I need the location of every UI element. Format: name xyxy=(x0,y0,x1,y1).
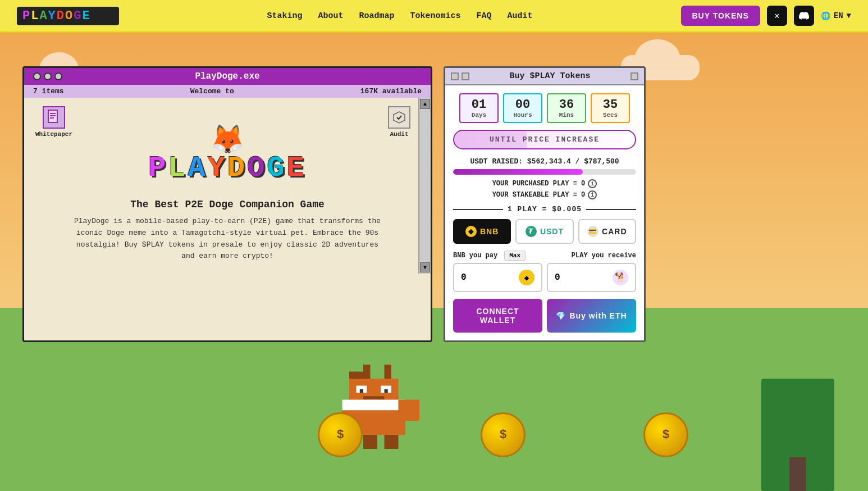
items-count: 7 items xyxy=(33,87,64,96)
input-labels: BNB you pay Max PLAY you receive xyxy=(453,251,636,261)
stakeable-play-text: YOUR STAKEABLE PLAY = 0 xyxy=(492,191,586,199)
play-input-icon: 🐕 xyxy=(613,270,628,285)
window-body: Whitepaper Audit ▲ ▼ xyxy=(24,98,431,274)
buy-window-btn2[interactable] xyxy=(462,72,469,80)
max-button[interactable]: Max xyxy=(504,251,526,261)
whitepaper-label: Whitepaper xyxy=(35,131,72,138)
countdown-days: 01 Days xyxy=(459,93,499,123)
action-buttons: CONNECT WALLET 💎 Buy with ETH xyxy=(453,299,636,333)
right-window: Buy $PLAY Tokens 01 Days 00 Hours 36 Min… xyxy=(444,66,646,342)
mins-label: Mins xyxy=(556,112,577,119)
card-label: CARD xyxy=(602,227,627,236)
price-divider: 1 PLAY = $0.005 xyxy=(453,205,636,213)
buy-titlebar: Buy $PLAY Tokens xyxy=(445,68,644,85)
coin-1: $ xyxy=(318,412,363,457)
price-label: 1 PLAY = $0.005 xyxy=(508,205,582,213)
available-text: 167K available xyxy=(360,87,422,96)
whitepaper-icon[interactable]: Whitepaper xyxy=(35,106,72,138)
bnb-input-field[interactable]: 0 ◆ xyxy=(453,263,542,292)
countdown-row: 01 Days 00 Hours 36 Mins 35 Secs xyxy=(453,93,636,123)
play-input-value: 0 xyxy=(555,272,560,283)
progress-fill xyxy=(453,169,583,175)
mins-value: 36 xyxy=(556,98,577,112)
nav-links: Staking About Roadmap Tokenomics FAQ Aud… xyxy=(119,11,681,21)
x-social-icon[interactable]: ✕ xyxy=(767,6,787,26)
purchased-play-row: YOUR PURCHASED PLAY = 0 i xyxy=(453,179,636,188)
window-close-btn[interactable] xyxy=(33,72,41,80)
divider-right xyxy=(586,209,636,210)
language-selector[interactable]: 🌐 EN ▼ xyxy=(821,11,851,21)
audit-icon[interactable]: Audit xyxy=(388,106,410,138)
svg-rect-17 xyxy=(50,113,56,114)
buy-body: 01 Days 00 Hours 36 Mins 35 Secs UNTI xyxy=(445,85,644,340)
scroll-down-arrow[interactable]: ▼ xyxy=(420,262,430,272)
card-icon: 💳 xyxy=(587,226,599,237)
nav-about[interactable]: About xyxy=(318,11,344,21)
playdoge-logo-area: 🦊 PLAYDOGE xyxy=(129,115,326,193)
bnb-label: BNB xyxy=(480,227,499,236)
stakeable-play-info-icon[interactable]: i xyxy=(588,190,597,199)
nav-roadmap[interactable]: Roadmap xyxy=(359,11,395,21)
left-window-title: PlayDoge.exe xyxy=(195,71,259,81)
left-window-titlebar: PlayDoge.exe xyxy=(24,68,431,85)
welcome-text: Welcome to xyxy=(190,87,234,96)
price-increase-bar: UNTIL PRICE INCREASE xyxy=(453,130,636,149)
card-payment-button[interactable]: 💳 CARD xyxy=(578,219,636,244)
purchased-play-text: YOUR PURCHASED PLAY = 0 xyxy=(492,180,586,188)
window-scrollbar[interactable]: ▲ ▼ xyxy=(418,98,431,274)
progress-bar xyxy=(453,169,636,175)
svg-rect-11 xyxy=(342,400,406,411)
svg-rect-7 xyxy=(385,389,388,393)
days-value: 01 xyxy=(468,98,490,112)
secs-value: 35 xyxy=(600,98,621,112)
play-input-field[interactable]: 0 🐕 xyxy=(547,263,636,292)
svg-rect-13 xyxy=(363,435,377,449)
svg-rect-8 xyxy=(363,396,385,399)
buy-with-eth-button[interactable]: 💎 Buy with ETH xyxy=(547,299,636,333)
connect-wallet-button[interactable]: CONNECT WALLET xyxy=(453,299,542,333)
input-row: 0 ◆ 0 🐕 xyxy=(453,263,636,292)
window-controls xyxy=(33,72,62,80)
buy-eth-label: Buy with ETH xyxy=(569,311,627,320)
until-price-increase-text: UNTIL PRICE INCREASE xyxy=(490,135,600,144)
navbar: PLAYDOGE Staking About Roadmap Tokenomic… xyxy=(0,0,868,33)
discord-social-icon[interactable] xyxy=(794,6,814,26)
usdt-raised: USDT RAISED: $562,343.4 / $787,500 xyxy=(453,157,636,166)
hours-label: Hours xyxy=(512,112,533,119)
nav-audit[interactable]: Audit xyxy=(508,11,533,21)
left-window: PlayDoge.exe 7 items Welcome to 167K ava… xyxy=(22,66,432,342)
svg-rect-18 xyxy=(50,115,56,116)
buy-titlebar-controls xyxy=(451,72,469,80)
window-subtitle: The Best P2E Doge Companion Game xyxy=(130,199,325,210)
content-area: PlayDoge.exe 7 items Welcome to 167K ava… xyxy=(0,33,868,376)
window-min-btn[interactable] xyxy=(44,72,52,80)
countdown-hours: 00 Hours xyxy=(503,93,542,123)
stakeable-play-row: YOUR STAKEABLE PLAY = 0 i xyxy=(453,190,636,199)
countdown-secs: 35 Secs xyxy=(591,93,630,123)
buy-window-btn1[interactable] xyxy=(451,72,459,80)
nav-staking[interactable]: Staking xyxy=(267,11,303,21)
usdt-icon: ₮ xyxy=(526,226,537,237)
purchased-play-info-icon[interactable]: i xyxy=(588,179,597,188)
window-max-btn[interactable] xyxy=(54,72,62,80)
bnb-icon: ◆ xyxy=(465,226,477,237)
usdt-label: USDT xyxy=(540,227,564,236)
buy-eth-icon: 💎 xyxy=(556,311,566,320)
bnb-input-icon: ◆ xyxy=(519,270,534,285)
coins-row: $ $ $ xyxy=(554,429,756,474)
hours-value: 00 xyxy=(512,98,533,112)
nav-right: BUY TOKENS ✕ 🌐 EN ▼ xyxy=(681,6,852,26)
secs-label: Secs xyxy=(600,112,621,119)
bnb-payment-button[interactable]: ◆ BNB xyxy=(453,219,511,244)
scroll-up-arrow[interactable]: ▲ xyxy=(420,99,430,109)
buy-tokens-button[interactable]: BUY TOKENS xyxy=(681,6,760,26)
bnb-input-value: 0 xyxy=(461,272,467,283)
payment-buttons: ◆ BNB ₮ USDT 💳 CARD xyxy=(453,219,636,244)
nav-faq[interactable]: FAQ xyxy=(477,11,492,21)
usdt-payment-button[interactable]: ₮ USDT xyxy=(515,219,573,244)
buy-window-maximize[interactable] xyxy=(631,72,638,80)
nav-tokenomics[interactable]: Tokenomics xyxy=(410,11,461,21)
window-description: PlayDoge is a mobile-based play-to-earn … xyxy=(70,216,385,262)
logo[interactable]: PLAYDOGE xyxy=(17,7,119,25)
pixel-tree xyxy=(761,379,834,491)
